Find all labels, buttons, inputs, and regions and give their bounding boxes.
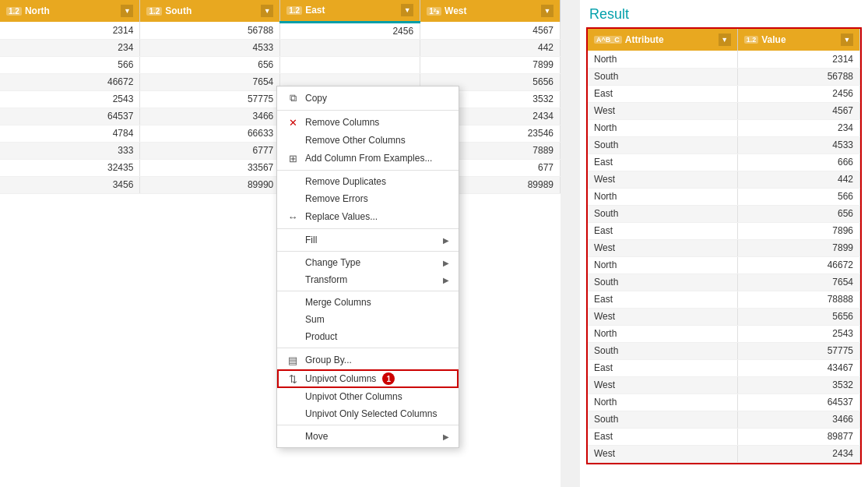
result-table-cell: West	[588, 376, 737, 393]
result-table-cell: 43467	[737, 359, 859, 376]
table-cell	[280, 56, 420, 73]
result-table-row: South3466	[588, 411, 860, 428]
context-menu-item-unpivot-other-columns[interactable]: Unpivot Other Columns	[277, 388, 459, 405]
col-type-badge: 1.2	[6, 7, 22, 16]
result-col-type-badge: 1.2	[744, 36, 759, 44]
table-cell: 566	[0, 56, 140, 73]
result-table-cell: West	[588, 102, 737, 119]
result-table-cell: South	[588, 136, 737, 154]
result-col-header-value[interactable]: 1.2 Value ▼	[737, 29, 859, 51]
col-header-north[interactable]: 1.2 North ▼	[0, 0, 140, 22]
result-table-cell: 3532	[737, 376, 859, 393]
result-table: A^B_C Attribute ▼ 1.2 Value ▼ North2314S…	[588, 29, 860, 463]
result-table-cell: South	[588, 68, 737, 85]
ctx-item-label: Unpivot Only Selected Columns	[305, 408, 437, 419]
result-table-cell: North	[588, 256, 737, 273]
table-cell: 7654	[140, 73, 280, 90]
table-cell: 2543	[0, 90, 140, 108]
context-menu-item-unpivot-selected[interactable]: Unpivot Only Selected Columns	[277, 405, 459, 422]
ctx-icon-add-col: ⊞	[286, 152, 299, 164]
result-col-dropdown-attribute[interactable]: ▼	[719, 34, 731, 46]
result-table-cell: South	[588, 273, 737, 291]
context-menu-item-add-column-examples[interactable]: ⊞Add Column From Examples...	[277, 149, 459, 168]
ctx-item-label: Remove Other Columns	[305, 135, 406, 146]
result-table-cell: North	[588, 188, 737, 205]
result-table-cell: 7896	[737, 222, 859, 239]
result-table-row: East7896	[588, 222, 860, 239]
context-menu-divider	[277, 348, 459, 348]
ctx-submenu-arrow: ▶	[443, 259, 449, 267]
context-menu-item-move[interactable]: Move▶	[277, 428, 459, 445]
col-dropdown-south[interactable]: ▼	[261, 5, 273, 17]
context-menu-item-copy[interactable]: ⧉Copy	[277, 89, 459, 108]
result-table-row: West442	[588, 171, 860, 188]
result-table-cell: 7899	[737, 239, 859, 256]
result-table-cell: 656	[737, 205, 859, 222]
ctx-icon-replace: ↔	[286, 210, 299, 223]
context-menu-item-replace-values[interactable]: ↔Replace Values...	[277, 207, 459, 226]
result-table-row: North64537	[588, 393, 860, 411]
ctx-icon-group: ▤	[286, 354, 299, 366]
result-table-cell: 3466	[737, 411, 859, 428]
result-col-header-attribute[interactable]: A^B_C Attribute ▼	[588, 29, 737, 51]
context-menu-item-group-by[interactable]: ▤Group By...	[277, 351, 459, 369]
col-dropdown-north[interactable]: ▼	[121, 5, 133, 17]
context-menu-item-remove-errors[interactable]: Remove Errors	[277, 190, 459, 207]
result-table-cell: North	[588, 51, 737, 68]
table-cell: 2314	[0, 22, 140, 39]
table-cell: 3466	[140, 108, 280, 125]
result-table-cell: 234	[737, 119, 859, 136]
ctx-item-label: Remove Columns	[305, 117, 379, 128]
result-table-row: West2434	[588, 445, 860, 462]
ctx-icon-remove-cols: ✕	[286, 116, 299, 129]
result-table-cell: 2434	[737, 445, 859, 462]
col-label: West	[445, 5, 466, 16]
col-header-west[interactable]: 1²₃ West ▼	[420, 0, 561, 22]
table-cell: 7899	[420, 56, 561, 73]
result-col-dropdown-value[interactable]: ▼	[841, 34, 853, 46]
result-table-cell: 442	[737, 171, 859, 188]
unpivot-badge: 1	[382, 372, 395, 385]
context-menu-item-transform[interactable]: Transform▶	[277, 271, 459, 288]
ctx-icon-unpivot: ⇅	[286, 372, 299, 385]
table-cell: 89990	[140, 176, 280, 193]
result-table-cell: East	[588, 428, 737, 445]
col-type-badge: 1.2	[286, 6, 302, 15]
col-header-east[interactable]: 1.2 East ▼	[280, 0, 420, 22]
context-menu-item-sum[interactable]: Sum	[277, 311, 459, 328]
table-cell: 4567	[420, 22, 561, 39]
result-table-cell: 5656	[737, 308, 859, 325]
result-table-row: North46672	[588, 256, 860, 273]
context-menu-item-change-type[interactable]: Change Type▶	[277, 254, 459, 271]
context-menu-item-remove-columns[interactable]: ✕Remove Columns	[277, 113, 459, 132]
context-menu-item-remove-duplicates[interactable]: Remove Duplicates	[277, 173, 459, 190]
col-label: East	[305, 5, 325, 16]
table-cell: 46672	[0, 73, 140, 90]
col-dropdown-east[interactable]: ▼	[401, 4, 413, 16]
result-table-cell: West	[588, 171, 737, 188]
ctx-item-label: Remove Duplicates	[305, 176, 386, 187]
table-row: 2344533442	[0, 39, 561, 56]
table-cell: 442	[420, 39, 561, 56]
ctx-item-label: Unpivot Columns	[305, 373, 376, 384]
col-dropdown-west[interactable]: ▼	[541, 5, 553, 17]
context-menu-item-fill[interactable]: Fill▶	[277, 231, 459, 249]
context-menu-item-product[interactable]: Product	[277, 328, 459, 345]
col-header-south[interactable]: 1.2 South ▼	[140, 0, 280, 22]
context-menu-item-remove-other-columns[interactable]: Remove Other Columns	[277, 132, 459, 149]
table-cell: 4533	[140, 39, 280, 56]
result-table-row: North2543	[588, 325, 860, 342]
result-table-row: South57775	[588, 342, 860, 359]
result-table-row: East666	[588, 154, 860, 171]
ctx-item-label: Group By...	[305, 355, 352, 365]
context-menu-item-merge-columns[interactable]: Merge Columns	[277, 294, 459, 311]
ctx-item-label: Add Column From Examples...	[305, 153, 432, 164]
result-table-row: North2314	[588, 51, 860, 68]
table-cell: 234	[0, 39, 140, 56]
table-row: 5666567899	[0, 56, 561, 73]
result-table-cell: South	[588, 342, 737, 359]
result-table-cell: 2543	[737, 325, 859, 342]
context-menu-item-unpivot-columns[interactable]: ⇅Unpivot Columns1	[277, 369, 459, 388]
result-table-row: West4567	[588, 102, 860, 119]
result-table-cell: North	[588, 393, 737, 411]
